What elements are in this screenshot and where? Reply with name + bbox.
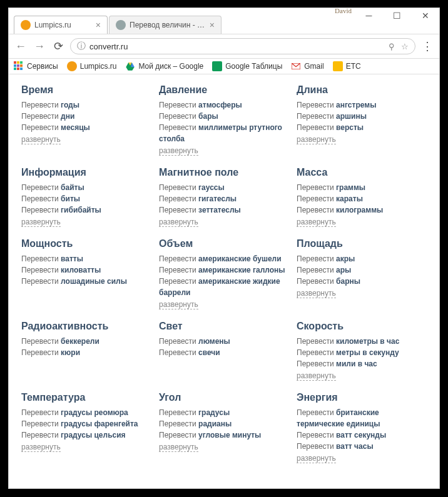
category-title[interactable]: Давление xyxy=(159,84,289,96)
conversion-link[interactable]: Перевести месяцы xyxy=(21,122,151,133)
expand-link[interactable]: развернуть xyxy=(297,289,336,298)
expand-link[interactable]: развернуть xyxy=(21,443,61,452)
conversion-link[interactable]: Перевести метры в секунду xyxy=(297,347,427,358)
tab-close-icon[interactable]: × xyxy=(96,20,101,30)
conversion-link[interactable]: Перевести аршины xyxy=(297,111,427,122)
category-title[interactable]: Длина xyxy=(297,84,427,96)
conversion-link[interactable]: Перевести ватт часы xyxy=(297,441,427,452)
minimize-button[interactable]: ─ xyxy=(355,7,383,24)
expand-link[interactable]: развернуть xyxy=(159,443,198,452)
maximize-button[interactable]: ☐ xyxy=(383,7,411,24)
conversion-link[interactable]: Перевести градусы цельсия xyxy=(21,429,151,441)
conversion-link[interactable]: Перевести радианы xyxy=(159,418,289,429)
bookmark-item[interactable]: Gmail xyxy=(291,61,323,71)
conversion-link[interactable]: Перевести американские галлоны xyxy=(159,264,289,276)
category-title[interactable]: Мощность xyxy=(21,238,151,249)
tab-close-icon[interactable]: × xyxy=(210,20,215,30)
category-title[interactable]: Площадь xyxy=(297,238,427,249)
category-title[interactable]: Энергия xyxy=(297,392,427,403)
category-title[interactable]: Температура xyxy=(21,392,151,403)
address-bar[interactable]: ⓘ convertr.ru ⚲ ☆ xyxy=(70,38,415,54)
reload-button[interactable]: ⟳ xyxy=(51,39,65,53)
conversion-link[interactable]: Перевести угловые минуты xyxy=(159,429,289,441)
menu-button[interactable]: ⋮ xyxy=(420,39,434,53)
conversion-link[interactable]: Перевести градусы фаренгейта xyxy=(21,418,151,429)
conversion-link[interactable]: Перевести киловатты xyxy=(21,264,151,276)
star-icon[interactable]: ☆ xyxy=(401,42,409,51)
search-icon[interactable]: ⚲ xyxy=(389,42,395,51)
conversion-link[interactable]: Перевести люмены xyxy=(159,336,289,347)
conversion-link[interactable]: Перевести годы xyxy=(21,99,151,111)
category: ОбъемПеревести американские бушелиПереве… xyxy=(159,238,289,309)
conversion-link[interactable]: Перевести лошадиные силы xyxy=(21,276,151,287)
conversion-link[interactable]: Перевести ватт секунды xyxy=(297,429,427,441)
tab-1[interactable]: Перевод величин - конв× xyxy=(109,16,221,34)
expand-link[interactable]: развернуть xyxy=(159,300,198,309)
category-title[interactable]: Время xyxy=(21,84,151,96)
category-title[interactable]: Магнитное поле xyxy=(159,167,289,178)
expand-link[interactable]: развернуть xyxy=(159,146,198,156)
conversion-link[interactable]: Перевести гауссы xyxy=(159,182,289,193)
address-actions: ⚲ ☆ xyxy=(389,42,409,51)
conversion-link[interactable]: Перевести бары xyxy=(159,111,289,122)
expand-link[interactable]: развернуть xyxy=(159,218,198,227)
conversion-link[interactable]: Перевести караты xyxy=(297,193,427,204)
category-title[interactable]: Информация xyxy=(21,167,151,178)
bookmark-item[interactable]: Сервисы xyxy=(14,61,58,71)
expand-link[interactable]: развернуть xyxy=(297,454,336,463)
expand-link[interactable]: развернуть xyxy=(297,135,336,144)
conversion-link[interactable]: Перевести ангстремы xyxy=(297,99,427,111)
category-title[interactable]: Радиоактивность xyxy=(21,321,151,332)
conversion-link[interactable]: Перевести биты xyxy=(21,193,151,204)
tab-title: Перевод величин - конв xyxy=(130,21,206,29)
conversion-link[interactable]: Перевести ары xyxy=(297,264,427,276)
category-title[interactable]: Свет xyxy=(159,321,289,332)
close-button[interactable]: ✕ xyxy=(411,7,439,24)
conversion-link[interactable]: Перевести байты xyxy=(21,182,151,193)
conversion-link[interactable]: Перевести ватты xyxy=(21,253,151,264)
bookmark-item[interactable]: Lumpics.ru xyxy=(67,61,117,71)
category-title[interactable]: Скорость xyxy=(297,321,427,332)
conversion-link[interactable]: Перевести версты xyxy=(297,122,427,133)
bookmark-item[interactable]: ETC xyxy=(333,61,361,71)
expand-link[interactable]: развернуть xyxy=(21,218,61,227)
bookmark-item[interactable]: Google Таблицы xyxy=(212,61,282,71)
category-title[interactable]: Масса xyxy=(297,167,427,178)
back-button[interactable]: ← xyxy=(14,39,28,53)
conversion-link[interactable]: Перевести гигатеслы xyxy=(159,193,289,204)
forward-button[interactable]: → xyxy=(33,39,46,53)
orange-icon xyxy=(67,61,77,71)
user-profile-label[interactable]: David xyxy=(335,7,352,14)
bookmark-label: Мой диск – Google xyxy=(138,62,203,71)
categories-grid: ВремяПеревести годыПеревести дниПеревест… xyxy=(21,84,427,463)
category-title[interactable]: Угол xyxy=(159,392,289,403)
conversion-link[interactable]: Перевести градусы xyxy=(159,407,289,418)
expand-link[interactable]: развернуть xyxy=(297,371,336,381)
conversion-link[interactable]: Перевести градусы реомюра xyxy=(21,407,151,418)
expand-link[interactable]: развернуть xyxy=(297,218,336,227)
expand-link[interactable]: развернуть xyxy=(21,135,61,144)
conversion-link[interactable]: Перевести гибибайты xyxy=(21,204,151,216)
conversion-link[interactable]: Перевести британские термические единицы xyxy=(297,407,427,429)
conversion-link[interactable]: Перевести беккерели xyxy=(21,336,151,347)
conversion-link[interactable]: Перевести американские жидкие баррели xyxy=(159,276,289,298)
category: МощностьПеревести ваттыПеревести киловат… xyxy=(21,238,151,309)
bookmark-item[interactable]: Мой диск – Google xyxy=(125,61,203,71)
category: ВремяПеревести годыПеревести дниПеревест… xyxy=(21,84,151,156)
conversion-link[interactable]: Перевести килограммы xyxy=(297,204,427,216)
tab-0[interactable]: Lumpics.ru× xyxy=(14,16,108,34)
conversion-link[interactable]: Перевести свечи xyxy=(159,347,289,358)
conversion-link[interactable]: Перевести граммы xyxy=(297,182,427,193)
conversion-link[interactable]: Перевести кюри xyxy=(21,347,151,358)
conversion-link[interactable]: Перевести дни xyxy=(21,111,151,122)
conversion-link[interactable]: Перевести зеттатеслы xyxy=(159,204,289,216)
conversion-link[interactable]: Перевести американские бушели xyxy=(159,253,289,264)
site-info-icon[interactable]: ⓘ xyxy=(77,41,86,52)
conversion-link[interactable]: Перевести мили в час xyxy=(297,358,427,369)
category-title[interactable]: Объем xyxy=(159,238,289,249)
conversion-link[interactable]: Перевести километры в час xyxy=(297,336,427,347)
conversion-link[interactable]: Перевести атмосферы xyxy=(159,99,289,111)
conversion-link[interactable]: Перевести миллиметры ртутного столба xyxy=(159,122,289,144)
conversion-link[interactable]: Перевести акры xyxy=(297,253,427,264)
conversion-link[interactable]: Перевести барны xyxy=(297,276,427,287)
